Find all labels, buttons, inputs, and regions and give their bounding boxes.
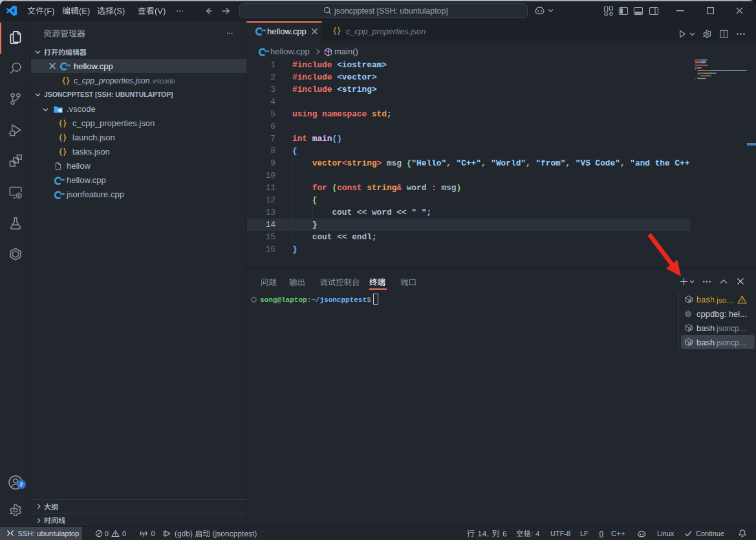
svg-text:{}: {} bbox=[599, 530, 604, 537]
